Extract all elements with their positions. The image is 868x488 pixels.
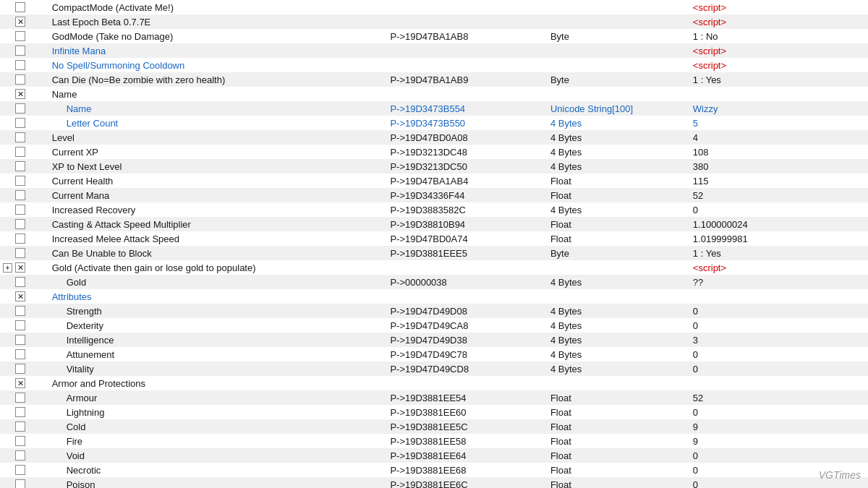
checkbox-unchecked[interactable] (15, 450, 25, 461)
check-cell[interactable] (0, 130, 49, 145)
table-row: Can Be Unable to BlockP->19D3881EEE5Byte… (0, 246, 868, 260)
entry-name: XP to Next Level (49, 159, 388, 174)
table-row: GoldP->000000384 Bytes?? (0, 275, 868, 289)
checkbox-checked[interactable]: ✕ (15, 262, 25, 273)
entry-type: Float (548, 463, 690, 477)
checkbox-checked[interactable]: ✕ (15, 17, 25, 27)
checkbox-unchecked[interactable] (15, 234, 25, 244)
checkbox-unchecked[interactable] (15, 205, 25, 215)
checkbox-unchecked[interactable] (15, 147, 25, 157)
entry-address: P->19D3881EE68 (387, 463, 548, 477)
check-cell[interactable] (0, 477, 49, 488)
checkbox-unchecked[interactable] (15, 465, 25, 475)
check-cell[interactable] (0, 217, 49, 231)
checkbox-unchecked[interactable] (15, 393, 25, 403)
check-cell[interactable] (0, 202, 49, 217)
entry-type: 4 Bytes (548, 275, 690, 289)
entry-type (548, 58, 690, 72)
check-cell[interactable] (0, 361, 49, 376)
checkbox-unchecked[interactable] (15, 74, 25, 85)
check-cell[interactable] (0, 318, 49, 333)
entry-name: Gold (Activate then gain or lose gold to… (49, 260, 388, 275)
checkbox-unchecked[interactable] (15, 132, 25, 142)
entry-type: Float (548, 390, 690, 405)
entry-address: P->19D3881EE5C (387, 419, 548, 434)
check-cell[interactable] (0, 448, 49, 463)
entry-name: GodMode (Take no Damage) (49, 29, 388, 43)
check-cell[interactable] (0, 188, 49, 202)
checkbox-unchecked[interactable] (15, 219, 25, 229)
check-cell[interactable]: +✕ (0, 260, 49, 275)
table-row: ✕Name (0, 87, 868, 101)
table-row: PoisonP->19D3881EE6CFloat0 (0, 477, 868, 488)
check-cell[interactable] (0, 174, 49, 188)
check-cell[interactable] (0, 333, 49, 347)
entry-value: Wizzy (690, 101, 868, 116)
checkbox-unchecked[interactable] (15, 306, 25, 316)
table-row: NecroticP->19D3881EE68Float0 (0, 463, 868, 477)
check-cell[interactable] (0, 116, 49, 130)
entry-type: Float (548, 405, 690, 419)
entry-address: P->19D3881EE6C (387, 477, 548, 488)
checkbox-unchecked[interactable] (15, 349, 25, 359)
check-cell[interactable] (0, 304, 49, 318)
check-cell[interactable] (0, 159, 49, 174)
check-cell[interactable] (0, 419, 49, 434)
table-row: Current XPP->19D3213DC484 Bytes108 (0, 145, 868, 159)
check-cell[interactable] (0, 72, 49, 87)
checkbox-unchecked[interactable] (15, 364, 25, 374)
check-cell[interactable]: ✕ (0, 376, 49, 390)
checkbox-unchecked[interactable] (15, 479, 25, 488)
checkbox-checked[interactable]: ✕ (15, 89, 25, 99)
checkbox-unchecked[interactable] (15, 335, 25, 345)
check-cell[interactable] (0, 390, 49, 405)
check-cell[interactable] (0, 347, 49, 361)
checkbox-unchecked[interactable] (15, 407, 25, 417)
check-cell[interactable] (0, 0, 49, 14)
entry-name: Dexterity (49, 318, 388, 333)
checkbox-unchecked[interactable] (15, 421, 25, 432)
entry-value: 108 (690, 145, 868, 159)
check-cell[interactable]: ✕ (0, 289, 49, 304)
check-cell[interactable] (0, 275, 49, 289)
check-cell[interactable]: ✕ (0, 14, 49, 29)
check-cell[interactable] (0, 145, 49, 159)
checkbox-unchecked[interactable] (15, 320, 25, 330)
entry-type: 4 Bytes (548, 333, 690, 347)
check-cell[interactable] (0, 101, 49, 116)
check-cell[interactable] (0, 29, 49, 43)
check-cell[interactable] (0, 231, 49, 246)
checkbox-unchecked[interactable] (15, 60, 25, 70)
table-row: LightningP->19D3881EE60Float0 (0, 405, 868, 419)
entry-name: Casting & Attack Speed Multiplier (49, 217, 388, 231)
expand-icon[interactable]: + (3, 263, 12, 273)
checkbox-unchecked[interactable] (15, 190, 25, 200)
checkbox-unchecked[interactable] (15, 46, 25, 56)
entry-type: Float (548, 419, 690, 434)
checkbox-unchecked[interactable] (15, 248, 25, 258)
checkbox-checked[interactable]: ✕ (15, 378, 25, 388)
check-cell[interactable] (0, 405, 49, 419)
entry-value: ?? (690, 275, 868, 289)
checkbox-unchecked[interactable] (15, 176, 25, 186)
check-cell[interactable]: ✕ (0, 87, 49, 101)
entry-address (387, 14, 548, 29)
check-cell[interactable] (0, 434, 49, 448)
checkbox-unchecked[interactable] (15, 118, 25, 128)
checkbox-unchecked[interactable] (15, 103, 25, 114)
checkbox-unchecked[interactable] (15, 2, 25, 12)
entry-value: 0 (690, 347, 868, 361)
entry-type: 4 Bytes (548, 202, 690, 217)
checkbox-unchecked[interactable] (15, 436, 25, 446)
checkbox-checked[interactable]: ✕ (15, 291, 25, 301)
entry-value: <script> (690, 58, 868, 72)
checkbox-unchecked[interactable] (15, 31, 25, 41)
entry-value: 0 (690, 361, 868, 376)
check-cell[interactable] (0, 463, 49, 477)
checkbox-unchecked[interactable] (15, 277, 25, 287)
main-table-container[interactable]: CompactMode (Activate Me!)<script>✕Last … (0, 0, 868, 488)
check-cell[interactable] (0, 246, 49, 260)
checkbox-unchecked[interactable] (15, 161, 25, 171)
check-cell[interactable] (0, 43, 49, 58)
check-cell[interactable] (0, 58, 49, 72)
